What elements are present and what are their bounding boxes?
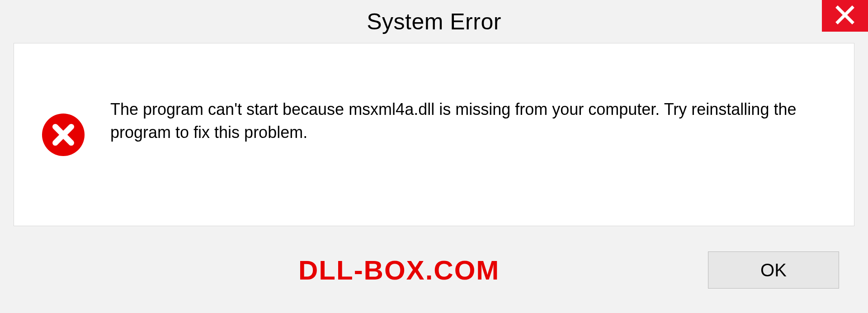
titlebar: System Error xyxy=(0,0,868,43)
system-error-dialog: System Error The program can't start bec… xyxy=(0,0,868,313)
close-icon xyxy=(835,5,855,27)
watermark-text: DLL-BOX.COM xyxy=(298,255,500,286)
dialog-footer: DLL-BOX.COM OK xyxy=(0,227,868,313)
dialog-title: System Error xyxy=(367,9,501,35)
close-button[interactable] xyxy=(822,0,868,32)
ok-button-label: OK xyxy=(760,260,787,280)
error-message: The program can't start because msxml4a.… xyxy=(110,98,827,144)
error-icon xyxy=(41,113,85,157)
ok-button[interactable]: OK xyxy=(708,251,839,289)
content-panel: The program can't start because msxml4a.… xyxy=(14,43,854,226)
